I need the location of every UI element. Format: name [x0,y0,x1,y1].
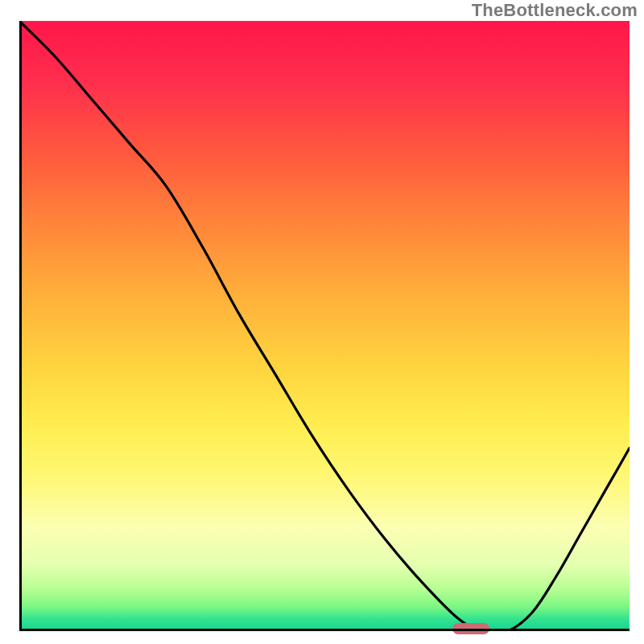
gradient-background [19,21,630,631]
chart-stage: TheBottleneck.com [0,0,644,644]
watermark-text: TheBottleneck.com [472,0,638,21]
